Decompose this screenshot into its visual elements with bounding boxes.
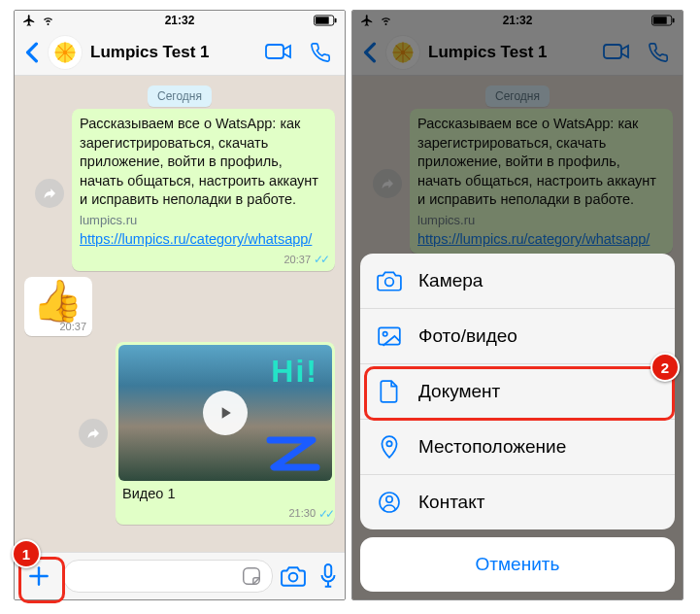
video-thumbnail[interactable]: Hi! <box>118 345 332 481</box>
emoji-message: 👍 <box>28 279 86 324</box>
phone-screen-left: 21:32 Lumpics Test 1 Сегодня <box>14 10 346 600</box>
camera-icon[interactable] <box>281 565 306 587</box>
svg-point-4 <box>63 51 67 54</box>
svg-point-19 <box>383 332 387 336</box>
scribble-icon <box>264 432 322 475</box>
sheet-label: Местоположение <box>418 436 566 458</box>
sheet-item-document[interactable]: Документ <box>360 364 675 420</box>
svg-point-17 <box>385 278 394 287</box>
message-site: lumpics.ru <box>80 212 327 229</box>
message-row: Рассказываем все о WatsApp: как зарегист… <box>24 115 335 271</box>
svg-rect-5 <box>266 45 283 58</box>
sheet-item-camera[interactable]: Камера <box>360 254 675 309</box>
sticker-icon[interactable] <box>241 565 262 587</box>
svg-rect-10 <box>325 564 332 577</box>
message-input[interactable] <box>63 560 273 593</box>
video-message[interactable]: Hi! Видео 1 21:30✓✓ <box>116 342 335 525</box>
sheet-item-location[interactable]: Местоположение <box>360 420 675 475</box>
video-call-icon[interactable] <box>265 42 292 61</box>
svg-point-22 <box>386 496 392 502</box>
message-time: 20:37 <box>283 253 311 267</box>
back-button[interactable] <box>20 42 44 63</box>
read-ticks-icon: ✓✓ <box>314 252 327 267</box>
sheet-cancel[interactable]: Отменить <box>360 537 675 592</box>
chat-avatar[interactable] <box>48 35 83 70</box>
message-link[interactable]: https://lumpics.ru/category/whatsapp/ <box>80 230 327 250</box>
cancel-label: Отменить <box>476 554 560 575</box>
voice-call-icon[interactable] <box>310 42 331 63</box>
sheet-label: Документ <box>418 381 500 402</box>
forward-button[interactable] <box>79 419 108 448</box>
message-row: Hi! Видео 1 21:30✓✓ <box>24 342 335 525</box>
svg-rect-8 <box>244 568 260 585</box>
message-bubble[interactable]: 👍 20:37 <box>24 277 92 336</box>
contact-icon <box>378 491 401 514</box>
message-time: 20:37 <box>59 320 86 334</box>
sheet-item-contact[interactable]: Контакт <box>360 475 675 529</box>
sheet-label: Фото/видео <box>418 325 517 347</box>
status-time: 21:32 <box>15 14 345 27</box>
read-ticks-icon: ✓✓ <box>318 506 332 522</box>
status-bar: 21:32 <box>15 11 345 30</box>
input-bar <box>15 552 345 599</box>
forward-button[interactable] <box>35 179 64 208</box>
svg-point-20 <box>386 441 391 446</box>
sheet-label: Контакт <box>418 492 484 513</box>
chat-title[interactable]: Lumpics Test 1 <box>90 43 265 62</box>
document-icon <box>379 379 400 404</box>
action-sheet: Камера Фото/видео Документ Местоположени… <box>360 254 675 592</box>
nav-bar: Lumpics Test 1 <box>15 30 345 76</box>
camera-icon <box>377 270 402 291</box>
message-row: 👍 20:37 <box>24 277 335 336</box>
svg-rect-18 <box>379 327 400 344</box>
phone-screen-right: 21:32 Lumpics Test 1 Сегодня <box>351 10 683 600</box>
chat-area[interactable]: Сегодня Рассказываем все о WatsApp: как … <box>15 76 345 552</box>
video-overlay-text: Hi! <box>271 351 318 392</box>
message-bubble[interactable]: Рассказываем все о WatsApp: как зарегист… <box>72 109 335 271</box>
sheet-label: Камера <box>418 270 483 291</box>
attach-button[interactable] <box>22 560 55 593</box>
location-icon <box>379 434 400 460</box>
mic-icon[interactable] <box>319 563 337 589</box>
sheet-item-photo[interactable]: Фото/видео <box>360 309 675 364</box>
svg-point-9 <box>289 573 298 582</box>
photo-icon <box>377 325 402 347</box>
message-time: 21:30 <box>288 506 316 521</box>
video-caption: Видео 1 <box>118 481 332 504</box>
day-chip: Сегодня <box>148 85 212 107</box>
play-button[interactable] <box>203 391 248 435</box>
message-text: Рассказываем все о WatsApp: как зарегист… <box>80 116 318 207</box>
